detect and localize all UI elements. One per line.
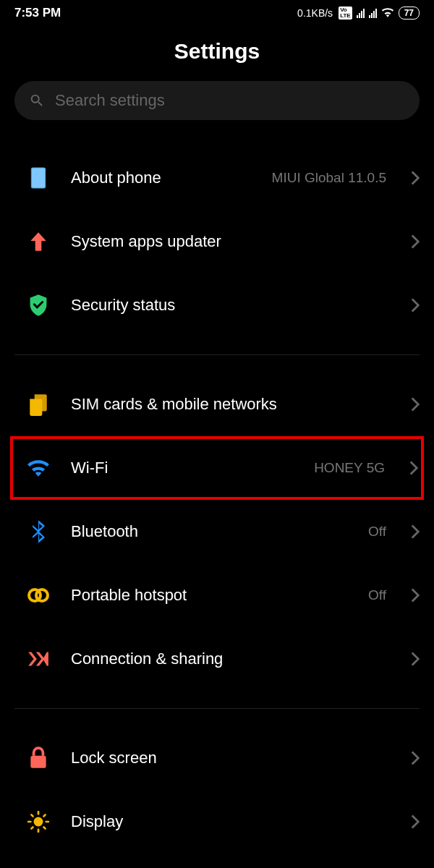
row-bluetooth[interactable]: Bluetooth Off: [0, 500, 434, 563]
row-label: Connection & sharing: [71, 650, 391, 668]
row-label: Bluetooth: [71, 522, 348, 541]
arrow-up-icon: [26, 231, 51, 252]
status-time: 7:53 PM: [14, 6, 61, 20]
battery-icon: 77: [399, 7, 420, 20]
row-label: System apps updater: [71, 232, 391, 251]
row-label: Wi-Fi: [71, 459, 294, 477]
status-bar: 7:53 PM 0.1KB/s VoLTE 77: [0, 0, 434, 23]
row-label: About phone: [71, 169, 252, 187]
row-hotspot[interactable]: Portable hotspot Off: [0, 563, 434, 627]
page-title: Settings: [0, 39, 434, 64]
row-about-phone[interactable]: About phone MIUI Global 11.0.5: [0, 146, 434, 210]
row-label: Portable hotspot: [71, 586, 348, 605]
row-wifi[interactable]: Wi-Fi HONEY 5G: [10, 436, 424, 500]
divider: [14, 354, 420, 355]
volte-icon: VoLTE: [339, 7, 352, 20]
svg-line-11: [31, 827, 33, 829]
row-label: Security status: [71, 296, 391, 315]
svg-rect-3: [30, 756, 46, 768]
row-value: Off: [368, 524, 386, 540]
row-label: Lock screen: [71, 749, 391, 767]
row-system-updater[interactable]: System apps updater: [0, 210, 434, 273]
settings-list: About phone MIUI Global 11.0.5 System ap…: [0, 120, 434, 854]
signal-icon-2: [369, 9, 377, 18]
row-display[interactable]: Display: [0, 790, 434, 854]
svg-line-12: [44, 814, 46, 816]
chevron-right-icon: [411, 588, 420, 603]
wifi-status-icon: [381, 7, 394, 20]
row-security-status[interactable]: Security status: [0, 273, 434, 337]
wifi-icon: [26, 459, 51, 477]
bluetooth-icon: [26, 519, 51, 544]
row-value: HONEY 5G: [314, 460, 385, 476]
chevron-right-icon: [411, 814, 420, 829]
chevron-right-icon: [411, 298, 420, 312]
hotspot-icon: [26, 587, 51, 604]
signal-icon-1: [357, 9, 365, 18]
chevron-right-icon: [411, 751, 420, 765]
chevron-right-icon: [409, 461, 418, 475]
search-bar[interactable]: [14, 81, 420, 120]
svg-line-10: [44, 827, 46, 829]
sun-icon: [26, 811, 51, 833]
svg-line-9: [31, 814, 33, 816]
svg-rect-0: [31, 168, 45, 188]
chevron-right-icon: [411, 234, 420, 249]
row-connection-sharing[interactable]: Connection & sharing: [0, 627, 434, 691]
connection-icon: [26, 649, 51, 669]
search-input[interactable]: [55, 91, 405, 110]
svg-point-4: [34, 817, 43, 827]
search-icon: [29, 93, 45, 109]
network-speed: 0.1KB/s: [297, 7, 333, 19]
row-sim-cards[interactable]: SIM cards & mobile networks: [0, 373, 434, 436]
phone-icon: [26, 167, 51, 189]
chevron-right-icon: [411, 524, 420, 539]
shield-icon: [26, 294, 51, 317]
row-label: Display: [71, 812, 391, 831]
chevron-right-icon: [411, 652, 420, 666]
row-lock-screen[interactable]: Lock screen: [0, 726, 434, 790]
status-right: 0.1KB/s VoLTE 77: [297, 7, 420, 20]
row-label: SIM cards & mobile networks: [71, 395, 391, 414]
sim-icon: [26, 393, 51, 416]
page-header: Settings: [0, 23, 434, 81]
chevron-right-icon: [411, 171, 420, 185]
row-value: MIUI Global 11.0.5: [272, 170, 386, 186]
chevron-right-icon: [411, 397, 420, 412]
lock-icon: [26, 746, 51, 770]
divider: [14, 708, 420, 709]
row-value: Off: [368, 587, 386, 603]
